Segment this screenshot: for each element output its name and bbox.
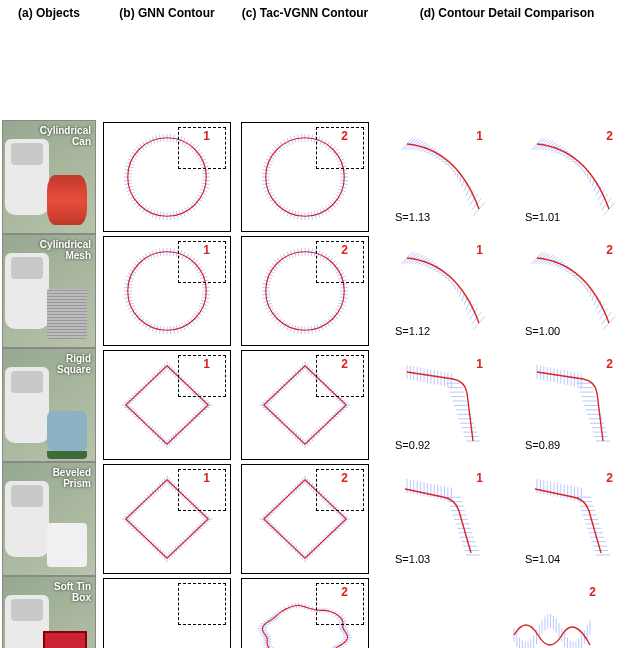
svg-line-58: [179, 136, 182, 143]
svg-line-394: [584, 285, 585, 290]
svg-line-366: [454, 285, 455, 290]
object-label: RigidSquare: [57, 353, 91, 375]
object-label: BeveledPrism: [53, 467, 91, 489]
robot-icon: [5, 481, 49, 557]
svg-line-684: [321, 495, 325, 499]
svg-line-683: [319, 493, 322, 498]
svg-line-133: [323, 140, 327, 147]
svg-line-61: [187, 142, 192, 148]
svg-line-681: [315, 488, 317, 494]
svg-line-161: [445, 163, 450, 165]
svg-line-484: [321, 381, 325, 385]
svg-line-486: [326, 386, 331, 389]
tac-vgnn-contour-plot: 2: [236, 234, 374, 348]
svg-line-68: [200, 162, 207, 165]
roi-number: 2: [606, 243, 613, 257]
svg-line-141: [338, 162, 345, 165]
svg-point-72: [128, 138, 207, 217]
svg-line-874: [331, 611, 337, 615]
svg-line-344: [339, 280, 347, 282]
svg-line-391: [575, 277, 580, 279]
svg-line-868: [317, 608, 320, 613]
svg-line-879: [339, 623, 347, 625]
svg-line-137: [332, 149, 338, 154]
object-icon: [47, 175, 87, 225]
svg-line-138: [334, 152, 340, 157]
svg-line-163: [451, 168, 454, 172]
roi-number: 1: [476, 129, 483, 143]
svg-line-685: [324, 497, 328, 501]
roi-number: 2: [606, 129, 613, 143]
svg-line-397: [592, 294, 594, 301]
svg-line-363: [445, 277, 450, 279]
svg-line-482: [317, 376, 320, 381]
svg-line-264: [190, 258, 195, 264]
svg-line-396: [590, 290, 591, 296]
detail-panel-right: 2 S=1.04: [517, 471, 627, 567]
detail-panel-right: 2 S=0.89: [517, 357, 627, 453]
detail-panel-left: 1 S=1.12: [387, 243, 497, 339]
svg-line-342: [337, 273, 344, 276]
svg-line-489: [332, 393, 338, 395]
svg-line-686: [326, 500, 331, 503]
svg-line-135: [328, 144, 333, 150]
robot-icon: [5, 367, 49, 443]
svg-line-393: [581, 282, 584, 286]
tac-vgnn-contour-plot: 2: [236, 348, 374, 462]
svg-line-873: [328, 610, 333, 614]
svg-line-67: [199, 159, 206, 162]
header-d: (d) Contour Detail Comparison: [374, 0, 640, 40]
svg-line-268: [198, 269, 205, 273]
roi-number: 2: [606, 357, 613, 371]
svg-line-64: [194, 149, 200, 154]
svg-line-613: [186, 497, 190, 501]
object-photo: BeveledPrism: [0, 462, 98, 576]
svg-line-188: [572, 161, 577, 162]
tac-vgnn-contour-plot: 2: [236, 120, 374, 234]
svg-line-876: [336, 615, 343, 618]
svg-line-369: [462, 294, 464, 301]
svg-line-265: [192, 260, 198, 266]
svg-line-412: [183, 381, 187, 385]
svg-line-409: [177, 374, 179, 380]
roi-number: 2: [606, 471, 613, 485]
svg-line-63: [192, 146, 198, 152]
svg-point-274: [128, 252, 207, 331]
svg-line-263: [187, 256, 192, 262]
svg-line-490: [334, 395, 340, 397]
svg-line-411: [181, 379, 184, 384]
svg-line-417: [194, 393, 200, 395]
tac-vgnn-contour-plot: 2: [236, 462, 374, 576]
object-icon: [47, 411, 87, 451]
figure-grid: (a) Objects (b) GNN Contour (c) Tac-VGNN…: [0, 0, 640, 120]
svg-line-333: [317, 250, 320, 257]
detail-panel: 2 S=1.91: [500, 585, 610, 648]
svg-line-260: [179, 250, 182, 257]
svg-line-410: [179, 376, 182, 381]
smoothness-value: S=0.89: [525, 439, 560, 451]
gnn-contour-plot: 1: [98, 462, 236, 576]
svg-line-160: [442, 161, 447, 162]
svg-line-139: [336, 155, 343, 159]
svg-line-162: [448, 165, 452, 168]
svg-line-483: [319, 379, 322, 384]
gnn-contour-plot: ✗: [98, 576, 236, 648]
svg-line-340: [334, 266, 340, 271]
svg-line-870: [321, 608, 325, 613]
detail-panel-left: 1 S=1.13: [387, 129, 497, 225]
detail-panel-left: 1 S=1.03: [387, 471, 497, 567]
roi-number: 2: [341, 243, 348, 257]
gnn-contour-plot: 1: [98, 234, 236, 348]
svg-line-362: [442, 275, 447, 276]
smoothness-value: S=0.92: [395, 439, 430, 451]
roi-number: 2: [341, 471, 348, 485]
robot-icon: [5, 139, 49, 215]
svg-line-140: [337, 159, 344, 162]
svg-line-343: [338, 276, 345, 279]
object-photo: CylindricalMesh: [0, 234, 98, 348]
detail-panel-right: 2 S=1.00: [517, 243, 627, 339]
svg-line-339: [332, 263, 338, 268]
svg-line-66: [198, 155, 205, 159]
object-photo: Soft TinBox: [0, 576, 98, 648]
detail-panel-right: 2 S=1.01: [517, 129, 627, 225]
